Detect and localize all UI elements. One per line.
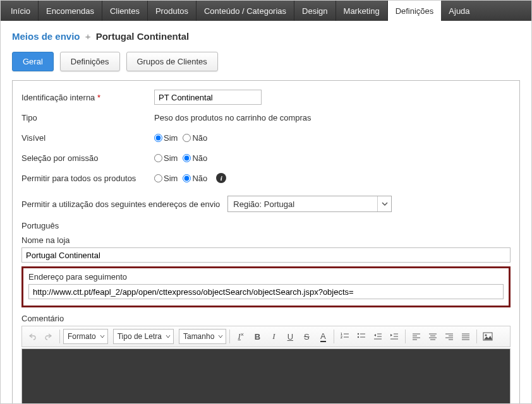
tab-geral[interactable]: Geral (12, 52, 54, 71)
value-tipo: Peso dos produtos no carrinho de compras (154, 113, 311, 122)
undo-button[interactable] (25, 329, 40, 344)
font-select[interactable]: Tipo de Letra (113, 329, 174, 344)
input-tracking-url[interactable] (28, 284, 504, 299)
editor-toolbar: Formato Tipo de Letra Tamanho I× B I U S… (21, 326, 511, 347)
label-tipo: Tipo (21, 113, 154, 122)
info-icon[interactable]: i (216, 173, 226, 183)
size-select[interactable]: Tamanho (179, 329, 226, 344)
align-justify-button[interactable] (458, 329, 473, 344)
bold-button[interactable]: B (250, 329, 265, 344)
image-button[interactable] (480, 329, 495, 344)
redo-button[interactable] (41, 329, 56, 344)
select-region[interactable]: Região: Portugal (227, 196, 392, 212)
breadcrumb-parent-link[interactable]: Meios de envio (12, 31, 80, 42)
label-internal-id: Identificação interna * (21, 93, 154, 102)
tab-grupos-de-clientes[interactable]: Grupos de Clientes (126, 52, 218, 71)
tracking-highlight-box: Endereço para seguimento (21, 266, 511, 307)
tabs: GeralDefiniçõesGrupos de Clientes (12, 52, 520, 71)
radio-selecao-sim[interactable]: Sim (154, 153, 178, 163)
label-selecao: Seleção por omissão (21, 153, 154, 163)
clear-format-button[interactable]: I× (233, 329, 248, 344)
tab-defini-es[interactable]: Definições (60, 52, 120, 71)
label-visivel: Visível (21, 133, 154, 143)
svg-point-4 (358, 333, 359, 335)
svg-point-6 (358, 336, 359, 338)
breadcrumb: Meios de envio + Portugal Continental (12, 31, 520, 42)
radio-permitir-nao[interactable]: Não (183, 174, 207, 183)
input-nome-loja[interactable] (21, 247, 511, 263)
label-permitir: Permitir para todos os produtos (21, 174, 154, 183)
radio-selecao-nao[interactable]: Não (183, 153, 207, 163)
nav-item-ajuda[interactable]: Ajuda (441, 1, 477, 21)
nav-item-in-cio[interactable]: Início (3, 1, 39, 21)
numbered-list-button[interactable]: 12 (337, 329, 353, 344)
nav-item-defini-es[interactable]: Definições (388, 1, 442, 21)
radio-permitir-sim[interactable]: Sim (154, 174, 178, 183)
italic-button[interactable]: I (266, 329, 281, 344)
breadcrumb-current: Portugal Continental (96, 31, 190, 42)
nav-item-marketing[interactable]: Marketing (336, 1, 388, 21)
nav-item-encomendas[interactable]: Encomendas (39, 1, 102, 21)
label-language: Português (21, 221, 511, 230)
nav-item-produtos[interactable]: Produtos (148, 1, 196, 21)
top-nav: InícioEncomendasClientesProdutosConteúdo… (1, 1, 531, 21)
label-shipping-addresses: Permitir a utilização dos seguintes ende… (21, 199, 220, 209)
content-area: Meios de envio + Portugal Continental Ge… (1, 21, 531, 404)
form-panel: Identificação interna * Tipo Peso dos pr… (12, 80, 520, 404)
underline-button[interactable]: U (282, 329, 298, 344)
bullet-list-button[interactable] (354, 329, 369, 344)
format-select[interactable]: Formato (63, 329, 108, 344)
chevron-down-icon (377, 196, 391, 211)
svg-text:2: 2 (341, 335, 342, 339)
outdent-button[interactable] (370, 329, 385, 344)
label-comentario: Comentário (21, 314, 511, 323)
svg-point-31 (485, 335, 487, 336)
strike-button[interactable]: S (299, 329, 314, 344)
nav-item-conte-do-categorias[interactable]: Conteúdo / Categorias (196, 1, 294, 21)
align-left-button[interactable] (409, 329, 424, 344)
indent-button[interactable] (387, 329, 402, 344)
nav-item-clientes[interactable]: Clientes (102, 1, 148, 21)
align-right-button[interactable] (442, 329, 457, 344)
radio-visivel-nao[interactable]: Não (183, 133, 207, 143)
label-tracking-url: Endereço para seguimento (28, 272, 504, 282)
align-center-button[interactable] (425, 329, 440, 344)
input-internal-id[interactable] (154, 90, 262, 105)
text-color-button[interactable]: A (315, 329, 330, 344)
editor-content-area[interactable] (21, 348, 511, 404)
label-nome-loja: Nome na loja (21, 235, 511, 245)
nav-item-design[interactable]: Design (294, 1, 336, 21)
breadcrumb-separator: + (85, 31, 91, 42)
radio-visivel-sim[interactable]: Sim (154, 133, 178, 143)
